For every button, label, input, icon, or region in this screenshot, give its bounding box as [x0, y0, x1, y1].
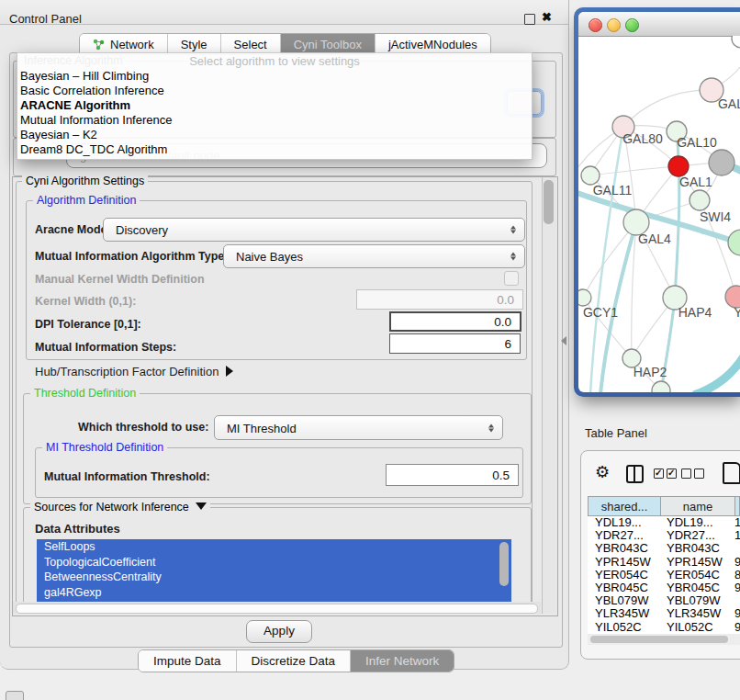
combo-arrows-icon [510, 252, 516, 262]
node-gcy1[interactable] [578, 289, 591, 306]
which-threshold-combobox[interactable]: MI Threshold [214, 415, 503, 440]
column-layout-icon[interactable] [626, 465, 644, 483]
algorithm-option-mutual-information[interactable]: Mutual Information Inference [17, 113, 532, 128]
attribute-list-scrollbar-thumb[interactable] [499, 542, 509, 586]
algorithm-option-bayesian-hill-climbing[interactable]: Bayesian – Hill Climbing [17, 69, 532, 84]
svg-text:SWI4: SWI4 [700, 209, 731, 224]
close-panel-icon[interactable]: ✖ [542, 10, 552, 24]
apply-button[interactable]: Apply [246, 620, 312, 643]
control-panel-title: Control Panel [9, 12, 82, 26]
svg-text:Y: Y [734, 305, 740, 320]
mi-algorithm-type-combobox[interactable]: Naive Bayes [223, 244, 525, 268]
kernel-width-label: Kernel Width (0,1): [35, 295, 136, 308]
algorithm-option-basic-correlation[interactable]: Basic Correlation Inference [17, 84, 532, 98]
settings-horizontal-scrollbar-thumb[interactable] [16, 604, 538, 614]
mi-steps-label: Mutual Information Steps: [35, 341, 176, 354]
table-body: YDL19...YDL19...13 YDR27...YDR27...12 YB… [588, 516, 740, 634]
deselect-all-columns-icon[interactable] [681, 469, 704, 479]
algorithm-option-bayesian-k2[interactable]: Bayesian – K2 [17, 128, 532, 142]
table-header-row: shared... name [588, 496, 740, 516]
network-view-content: GAL80 GAL10 GAL1 GAL11 SWI4 GAL4 GAL GCY… [578, 12, 740, 392]
cyni-algorithm-settings-title: Cyni Algorithm Settings [22, 175, 148, 187]
node-table: shared... name [588, 496, 740, 516]
column-header-shared-name[interactable]: shared... [588, 496, 661, 516]
hub-definition-expander[interactable]: Hub/Transcription Factor Definition [35, 365, 233, 378]
table-horizontal-scrollbar-thumb[interactable] [590, 636, 728, 643]
list-item-topologicalcoefficient[interactable]: TopologicalCoefficient [37, 555, 511, 570]
network-window-titlebar[interactable] [578, 12, 740, 37]
algorithm-option-dream8[interactable]: Dream8 DC_TDC Algorithm [17, 142, 532, 157]
zoom-window-icon[interactable] [625, 18, 639, 32]
mi-algorithm-type-value: Naive Bayes [236, 250, 303, 264]
list-item-selfloops[interactable]: SelfLoops [37, 539, 511, 555]
mi-threshold-field[interactable]: 0.5 [386, 464, 519, 486]
tab-infer-network[interactable]: Infer Network [351, 650, 454, 672]
svg-text:GAL11: GAL11 [593, 183, 633, 198]
tab-impute-data[interactable]: Impute Data [139, 650, 237, 672]
tab-style[interactable]: Style [168, 34, 221, 54]
aracne-mode-combobox[interactable]: Discovery [103, 218, 525, 242]
algorithm-dropdown-popup: Select algorithm to view settings Bayesi… [17, 52, 533, 160]
node-swi4[interactable] [690, 190, 710, 210]
tab-style-label: Style [181, 38, 207, 51]
splitter-grip-icon[interactable] [561, 336, 566, 345]
dpi-tolerance-label: DPI Tolerance [0,1]: [35, 318, 141, 331]
table-settings-gear-icon[interactable]: ⚙ [595, 462, 610, 482]
close-window-icon[interactable] [589, 18, 602, 32]
minimized-panel-button[interactable] [6, 691, 24, 700]
mi-steps-field[interactable]: 6 [389, 333, 521, 354]
network-canvas[interactable]: GAL80 GAL10 GAL1 GAL11 SWI4 GAL4 GAL GCY… [578, 36, 740, 392]
svg-text:GAL1: GAL1 [679, 175, 712, 189]
column-header-third[interactable] [734, 496, 740, 516]
tab-network-label: Network [110, 38, 154, 51]
node-gal11[interactable] [581, 166, 600, 185]
sources-group-title: Sources for Network Inference [34, 501, 189, 514]
tab-cyni-toolbox[interactable]: Cyni Toolbox [281, 34, 376, 54]
table-row[interactable]: YER054CYER054C8. [588, 569, 740, 581]
select-all-columns-icon[interactable]: ✓ ✓ [654, 469, 677, 479]
checked-box-icon: ✓ [654, 469, 664, 479]
aracne-mode-label: Aracne Mode: [35, 223, 111, 236]
hub-definition-label: Hub/Transcription Factor Definition [35, 365, 219, 378]
column-divider [633, 467, 635, 481]
list-item-gal4rgexp[interactable]: gal4RGexp [37, 585, 511, 601]
new-table-icon[interactable] [723, 462, 740, 484]
algorithm-option-aracne[interactable]: ARACNE Algorithm [17, 98, 532, 113]
node-bottom[interactable] [652, 381, 670, 392]
node-green-right[interactable] [728, 230, 740, 255]
dpi-tolerance-field[interactable]: 0.0 [389, 311, 521, 332]
settings-vertical-scrollbar [542, 177, 556, 614]
threshold-definition-title: Threshold Definition [30, 387, 140, 400]
node-partial-top[interactable] [732, 36, 740, 48]
aracne-mode-value: Discovery [116, 223, 168, 237]
manual-kernel-width-checkbox[interactable] [504, 271, 519, 286]
table-row[interactable]: YDL19...YDL19...13 [588, 516, 740, 529]
tab-jactivemnodules[interactable]: jActiveMNodules [376, 34, 490, 54]
kernel-width-field: 0.0 [356, 289, 523, 310]
checked-box-icon: ✓ [667, 469, 677, 479]
list-item-betweennesscentrality[interactable]: BetweennessCentrality [37, 570, 511, 585]
column-header-name[interactable]: name [660, 496, 735, 516]
mi-algorithm-type-label: Mutual Information Algorithm Type: [35, 250, 228, 263]
table-row[interactable]: YIL052CYIL052C9. [588, 621, 740, 634]
table-row[interactable]: YBR043CYBR043C [588, 542, 740, 555]
node-gal1-red[interactable] [668, 156, 689, 176]
settings-vertical-scrollbar-thumb[interactable] [544, 180, 554, 224]
network-edges [578, 67, 740, 390]
table-row[interactable]: YLR345WYLR345W9. [588, 607, 740, 620]
tab-network[interactable]: Network [80, 34, 168, 54]
float-window-icon[interactable] [524, 14, 535, 25]
algorithm-definition-title: Algorithm Definition [33, 194, 140, 207]
sources-group-header[interactable]: Sources for Network Inference [30, 501, 210, 514]
table-row[interactable]: YBR045CYBR045C9. [588, 581, 740, 594]
tab-discretize-data[interactable]: Discretize Data [237, 650, 352, 672]
svg-text:GAL10: GAL10 [677, 135, 717, 150]
tab-select[interactable]: Select [221, 34, 281, 54]
table-row[interactable]: YPR145WYPR145W9. [588, 556, 740, 569]
minimize-window-icon[interactable] [607, 18, 621, 32]
node-gray[interactable] [709, 150, 734, 175]
tab-discretize-data-label: Discretize Data [252, 654, 336, 668]
table-row[interactable]: YDR27...YDR27...12 [588, 529, 740, 542]
control-panel-titlebar [0, 0, 568, 25]
table-row[interactable]: YBL079WYBL079W [588, 594, 740, 607]
